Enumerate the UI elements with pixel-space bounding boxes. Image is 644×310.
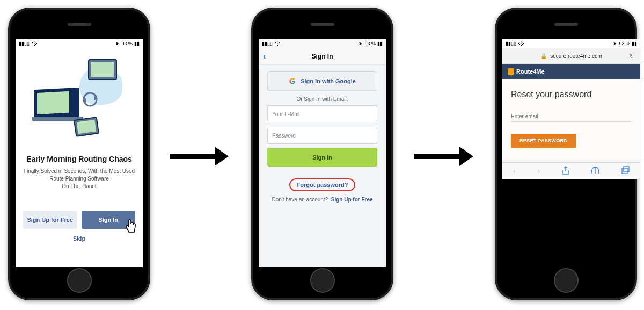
reset-title: Reset your password xyxy=(511,90,632,99)
refresh-icon[interactable]: ↻ xyxy=(630,53,634,59)
sign-in-label: Sign In xyxy=(98,217,118,223)
safari-tabs-icon[interactable] xyxy=(621,166,630,176)
onboarding-subtitle: Finally Solved in Seconds, With the Most… xyxy=(16,168,143,190)
hero-illustration xyxy=(16,48,143,145)
location-icon: ➤ xyxy=(613,41,617,46)
screen-3: ▮▮▯▯ ➤93 %▮▮ 🔒 secure.route4me.com ↻ Rou… xyxy=(502,39,640,179)
safari-forward-icon[interactable]: › xyxy=(537,167,540,175)
safari-back-icon[interactable]: ‹ xyxy=(513,167,516,175)
safari-toolbar: ‹ › xyxy=(502,162,640,179)
status-left: ▮▮▯▯ xyxy=(19,41,38,46)
safari-share-icon[interactable] xyxy=(562,166,569,176)
phone-frame-1: ▮▮▯▯ ➤ 93 % ▮▮ xyxy=(8,8,150,300)
brand-header: Route4Me xyxy=(502,64,640,79)
battery-icon: ▮▮ xyxy=(632,41,637,46)
phone-bezel: ▮▮▯▯ ➤93 %▮▮ 🔒 secure.route4me.com ↻ Rou… xyxy=(497,10,635,298)
location-icon: ➤ xyxy=(115,41,120,46)
battery-icon: ▮▮ xyxy=(134,41,140,46)
svg-rect-0 xyxy=(622,168,627,174)
home-button[interactable] xyxy=(554,268,579,293)
password-field[interactable]: Password xyxy=(267,127,377,144)
brand-name: Route4Me xyxy=(516,68,545,75)
speaker-slot xyxy=(68,23,91,26)
status-right: ➤ 93 % ▮▮ xyxy=(115,41,140,46)
email-field[interactable]: Your E-Mail xyxy=(267,105,377,122)
or-divider: Or Sign In with Email: xyxy=(267,96,377,102)
safari-url-bar[interactable]: 🔒 secure.route4me.com ↻ xyxy=(502,48,640,64)
google-signin-button[interactable]: Sign In with Google xyxy=(267,71,377,91)
status-bar: ▮▮▯▯ ➤ 93 % ▮▮ xyxy=(16,39,143,48)
screen-1: ▮▮▯▯ ➤ 93 % ▮▮ xyxy=(16,39,143,267)
laptop-icon xyxy=(34,88,79,119)
home-button[interactable] xyxy=(67,268,92,293)
safari-bookmarks-icon[interactable] xyxy=(591,167,599,176)
phone-frame-2: ▮▮▯▯ ➤93 %▮▮ ‹ Sign In Sign In with Goog… xyxy=(251,8,393,300)
phone-icon xyxy=(73,117,99,137)
status-bar: ▮▮▯▯ ➤93 %▮▮ xyxy=(502,39,640,48)
flow-arrow-2 xyxy=(414,148,473,164)
status-bar: ▮▮▯▯ ➤93 %▮▮ xyxy=(259,39,386,48)
sign-in-button[interactable]: Sign In xyxy=(82,211,136,229)
signin-submit-button[interactable]: Sign In xyxy=(267,148,377,167)
signal-icon: ▮▮▯▯ xyxy=(19,41,30,46)
speaker-slot xyxy=(554,23,578,26)
speaker-slot xyxy=(311,23,334,26)
svg-rect-1 xyxy=(624,167,629,172)
url-text: secure.route4me.com xyxy=(550,53,602,59)
reset-email-field[interactable] xyxy=(511,111,632,122)
signup-prompt: Don't have an account? Sign Up for Free xyxy=(267,197,377,203)
forgot-password-link[interactable]: Forgot password? xyxy=(289,178,356,191)
wifi-icon xyxy=(518,41,524,46)
home-button[interactable] xyxy=(310,268,335,293)
signup-link[interactable]: Sign Up for Free xyxy=(331,197,373,203)
screen-2: ▮▮▯▯ ➤93 %▮▮ ‹ Sign In Sign In with Goog… xyxy=(259,39,386,267)
phone-bezel: ▮▮▯▯ ➤93 %▮▮ ‹ Sign In Sign In with Goog… xyxy=(253,10,391,298)
tablet-icon xyxy=(88,59,117,80)
battery-percent: 93 % xyxy=(121,41,133,46)
onboarding-title: Early Morning Routing Chaos xyxy=(21,155,137,163)
back-chevron-icon[interactable]: ‹ xyxy=(263,52,266,61)
signal-icon: ▮▮▯▯ xyxy=(262,41,273,46)
nav-header: ‹ Sign In xyxy=(259,48,386,65)
wifi-icon xyxy=(31,41,38,46)
flow-arrow-1 xyxy=(170,148,229,164)
hand-cursor-icon xyxy=(123,219,138,236)
sync-arrows-icon xyxy=(79,89,101,110)
route4me-logo-icon xyxy=(508,68,514,75)
reset-password-button[interactable]: RESET PASSWORD xyxy=(511,134,576,148)
page-title: Sign In xyxy=(312,53,333,60)
wifi-icon xyxy=(274,41,281,46)
signal-icon: ▮▮▯▯ xyxy=(506,41,516,46)
phone-bezel: ▮▮▯▯ ➤ 93 % ▮▮ xyxy=(10,10,148,298)
battery-icon: ▮▮ xyxy=(377,41,383,46)
phone-frame-3: ▮▮▯▯ ➤93 %▮▮ 🔒 secure.route4me.com ↻ Rou… xyxy=(495,8,637,300)
google-icon xyxy=(289,77,296,85)
sign-up-button[interactable]: Sign Up for Free xyxy=(23,211,77,229)
lock-icon: 🔒 xyxy=(540,53,547,59)
location-icon: ➤ xyxy=(358,41,363,46)
